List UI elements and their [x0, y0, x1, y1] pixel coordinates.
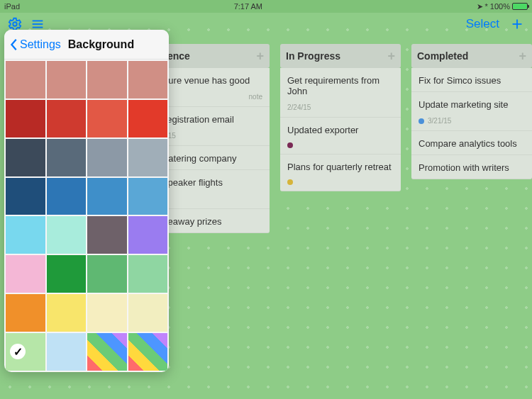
color-swatch[interactable] [87, 100, 127, 137]
card[interactable]: Plans for quarterly retreat [280, 154, 401, 191]
color-swatch[interactable] [87, 178, 127, 215]
color-swatch[interactable]: ✓ [6, 333, 45, 371]
color-swatch[interactable] [87, 333, 127, 371]
color-swatch[interactable] [87, 139, 127, 176]
clock: 7:17 AM [20, 2, 477, 11]
card-title: Plans for quarterly retreat [287, 162, 394, 172]
battery-pct: 100% [490, 2, 510, 11]
add-card-icon[interactable]: + [387, 50, 395, 62]
card-meta: 5 [156, 195, 262, 203]
column-title: Completed [417, 50, 468, 62]
card-title: a catering company [156, 153, 262, 164]
card[interactable]: Fix for Simco issues [411, 68, 532, 92]
card-meta-text: 2/24/15 [287, 103, 311, 111]
card[interactable]: Get requirements from John2/24/15 [280, 68, 401, 118]
color-swatch[interactable] [6, 216, 45, 254]
color-swatch[interactable] [6, 178, 45, 215]
status-right: ➤ * 100% [477, 2, 528, 11]
card-meta: 3/21/15 [419, 117, 525, 125]
card-title: k speaker flights [156, 177, 262, 188]
color-swatch[interactable] [128, 178, 168, 215]
location-icon: ➤ [477, 2, 483, 11]
card-meta: 2/24/15 [287, 103, 394, 111]
card-meta [287, 179, 394, 185]
popover-title: Background [68, 38, 134, 51]
color-swatch[interactable] [47, 61, 87, 99]
label-dot-icon [419, 118, 424, 124]
card-meta: note [156, 93, 262, 101]
card[interactable]: Updated exporter [280, 118, 401, 154]
color-swatch[interactable] [87, 216, 127, 254]
card-title: Get requirements from John [287, 75, 394, 96]
color-swatch[interactable] [47, 178, 87, 215]
status-bar: iPad 7:17 AM ➤ * 100% [0, 0, 532, 13]
card-title: e sure venue has good [156, 75, 262, 86]
color-swatch[interactable] [128, 333, 168, 371]
color-swatch[interactable] [128, 294, 168, 332]
back-button[interactable]: Settings [10, 38, 61, 51]
card-title: giveaway prizes [156, 216, 262, 227]
device-label: iPad [4, 2, 20, 11]
column-title: In Progress [286, 50, 340, 62]
color-swatch[interactable] [128, 61, 168, 99]
card[interactable]: Promotion with writers [411, 155, 532, 179]
color-swatch[interactable] [6, 294, 45, 332]
label-dot-icon [287, 179, 293, 185]
color-swatch[interactable] [6, 61, 45, 99]
color-swatch[interactable] [6, 139, 45, 176]
color-swatch[interactable] [47, 333, 87, 371]
color-swatch[interactable] [128, 139, 168, 176]
card-meta-text: 3/21/15 [428, 117, 451, 125]
svg-point-0 [13, 22, 17, 26]
card-title: Update marketing site [419, 99, 525, 110]
swatch-grid: ✓ [4, 60, 169, 372]
color-swatch[interactable] [47, 216, 87, 254]
card-meta-text: note [249, 93, 262, 101]
popover-nav: Settings Background [4, 30, 169, 60]
color-swatch[interactable] [128, 100, 168, 137]
bluetooth-icon: * [485, 2, 488, 11]
color-swatch[interactable] [47, 294, 87, 332]
column-header[interactable]: In Progress+ [280, 44, 401, 68]
card[interactable]: Update marketing site3/21/15 [411, 92, 532, 131]
color-swatch[interactable] [6, 100, 45, 137]
color-swatch[interactable] [87, 255, 127, 293]
add-button[interactable] [509, 16, 525, 32]
checkmark-icon: ✓ [10, 344, 26, 359]
background-popover: Settings Background ✓ [4, 30, 169, 372]
color-swatch[interactable] [47, 139, 87, 176]
color-swatch[interactable] [47, 255, 87, 293]
board-column: In Progress+Get requirements from John2/… [280, 44, 401, 399]
card-title: d registration email [156, 114, 262, 125]
card-title: Fix for Simco issues [419, 75, 525, 86]
column-header[interactable]: Completed+ [411, 44, 532, 68]
back-label: Settings [20, 38, 61, 51]
color-swatch[interactable] [128, 255, 168, 293]
card[interactable]: Compare analytics tools [411, 131, 532, 155]
add-card-icon[interactable]: + [519, 50, 526, 62]
color-swatch[interactable] [128, 216, 168, 254]
card-title: Compare analytics tools [419, 138, 525, 149]
card-title: Promotion with writers [419, 162, 525, 173]
label-dot-icon [287, 142, 293, 148]
add-card-icon[interactable]: + [256, 50, 264, 62]
color-swatch[interactable] [87, 294, 127, 332]
color-swatch[interactable] [47, 100, 87, 137]
select-button[interactable]: Select [466, 17, 499, 31]
color-swatch[interactable] [87, 61, 127, 99]
board-column: Completed+Fix for Simco issuesUpdate mar… [411, 44, 532, 399]
card-title: Updated exporter [287, 125, 394, 135]
card-meta: /16/15 [156, 132, 262, 140]
color-swatch[interactable] [6, 255, 45, 293]
card-meta [287, 142, 394, 148]
battery-icon [512, 3, 528, 10]
